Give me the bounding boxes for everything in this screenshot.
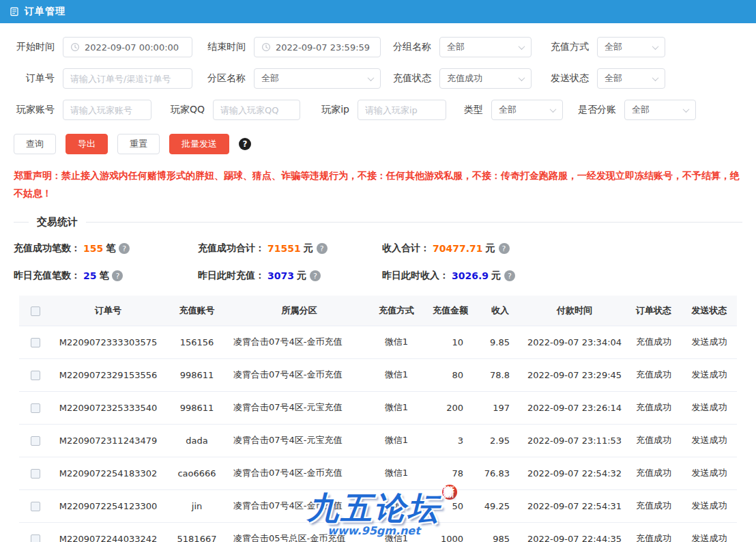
- partition-name-select[interactable]: 全部: [254, 68, 381, 89]
- chevron-down-icon: [550, 106, 557, 113]
- method-cell: 微信1: [369, 522, 424, 542]
- end-time-value[interactable]: [276, 42, 373, 53]
- start-time-input[interactable]: [63, 37, 192, 57]
- disclaimer-text: 郑重声明：禁止接入游戏内任何赌博形式的胖妞、踢球、猜点、诈骗等违规行为，不接：任…: [14, 167, 742, 202]
- type-select[interactable]: 全部: [491, 100, 563, 120]
- send-status-cell: 发送成功: [682, 358, 737, 391]
- clock-icon: [261, 42, 271, 52]
- income-cell: 197: [477, 391, 523, 424]
- row-checkbox[interactable]: [31, 436, 40, 446]
- send-status-cell: 发送成功: [682, 489, 737, 522]
- order-status-cell: 充值成功: [626, 522, 682, 542]
- col-method: 充值方式: [369, 296, 424, 326]
- end-time-input[interactable]: [254, 37, 381, 57]
- help-icon[interactable]: ?: [499, 243, 510, 254]
- order-no-cell: M2209072333303575: [52, 326, 164, 358]
- stats-section-header: 交易统计: [14, 216, 742, 229]
- split-account-select[interactable]: 全部: [624, 100, 696, 120]
- help-icon[interactable]: ?: [504, 270, 515, 281]
- help-icon[interactable]: ?: [112, 270, 123, 281]
- row-checkbox[interactable]: [31, 502, 40, 511]
- method-cell: 微信1: [369, 457, 424, 489]
- col-partition: 所属分区: [229, 296, 369, 326]
- clock-icon: [70, 42, 80, 52]
- send-status-select[interactable]: 全部: [597, 68, 665, 89]
- amount-cell: 78: [424, 457, 477, 489]
- stats-section-title: 交易统计: [37, 216, 78, 229]
- row-checkbox[interactable]: [31, 469, 40, 479]
- group-name-label: 分组名称: [390, 41, 431, 53]
- batch-send-help-icon[interactable]: ?: [239, 138, 251, 150]
- filter-form: 开始时间 结束时间 分组名称 全部: [0, 23, 756, 120]
- export-button[interactable]: 导出: [66, 134, 108, 154]
- amount-cell: 50: [424, 489, 477, 522]
- reset-button[interactable]: 重置: [117, 134, 160, 154]
- partition-cell: 凌霄合击07号4区-元宝充值: [229, 424, 369, 457]
- divider-line: [14, 222, 29, 223]
- action-bar: 查询 导出 重置 批量发送 ?: [0, 131, 756, 154]
- orders-table: 订单号 充值账号 所属分区 充值方式 充值金额 收入 付款时间 订单状态 发送状…: [19, 296, 737, 542]
- order-management-page: 订单管理 开始时间 结束时间 分组名称 全部: [0, 0, 756, 542]
- order-status-cell: 充值成功: [626, 457, 682, 489]
- player-ip-input[interactable]: [358, 100, 446, 120]
- query-button[interactable]: 查询: [14, 134, 56, 154]
- method-cell: 花呗1: [369, 489, 424, 522]
- player-account-label: 玩家账号: [14, 104, 55, 116]
- account-cell: 998611: [164, 358, 229, 391]
- group-name-select[interactable]: 全部: [439, 37, 532, 57]
- income-cell: 49.25: [477, 489, 523, 522]
- recharge-method-select[interactable]: 全部: [597, 37, 665, 57]
- partition-cell: 凌霄合击07号4区-金币充值: [229, 489, 369, 522]
- order-no-cell: M2209072254183302: [52, 457, 164, 489]
- row-checkbox[interactable]: [31, 534, 40, 542]
- table-row: M2209072325333540 998611 凌霄合击07号4区-元宝充值 …: [19, 391, 737, 424]
- col-send-status: 发送状态: [682, 296, 737, 326]
- order-no-input[interactable]: [63, 68, 192, 89]
- order-management-icon: [10, 7, 19, 16]
- row-checkbox[interactable]: [31, 371, 40, 380]
- send-status-label: 发送状态: [548, 72, 589, 85]
- row-checkbox[interactable]: [31, 403, 40, 413]
- method-cell: 微信1: [369, 326, 424, 358]
- partition-cell: 凌霄合击07号4区-金币充值: [229, 358, 369, 391]
- filter-row-3: 玩家账号 玩家QQ 玩家ip 类型 全部: [14, 100, 742, 120]
- order-status-cell: 充值成功: [626, 391, 682, 424]
- account-cell: 5181667: [164, 522, 229, 542]
- table-header-row: 订单号 充值账号 所属分区 充值方式 充值金额 收入 付款时间 订单状态 发送状…: [19, 296, 737, 326]
- col-order-no: 订单号: [52, 296, 164, 326]
- chevron-down-icon: [519, 74, 525, 81]
- help-icon[interactable]: ?: [317, 243, 328, 254]
- account-cell: dada: [164, 424, 229, 457]
- stat-yesterday-recharge: 昨日此时充值： 3073 元 ?: [198, 270, 382, 282]
- recharge-status-select[interactable]: 充值成功: [439, 68, 532, 89]
- partition-cell: 凌霄合击07号4区-金币充值: [229, 457, 369, 489]
- help-icon[interactable]: ?: [119, 243, 130, 254]
- income-cell: 76.83: [477, 457, 523, 489]
- pay-time-cell: 2022-09-07 22:44:35: [523, 522, 626, 542]
- help-icon[interactable]: ?: [310, 270, 321, 281]
- amount-cell: 1000: [424, 522, 477, 542]
- end-time-label: 结束时间: [205, 41, 246, 53]
- row-checkbox[interactable]: [31, 338, 40, 347]
- player-account-input[interactable]: [63, 100, 151, 120]
- col-amount: 充值金额: [424, 296, 477, 326]
- select-all-checkbox[interactable]: [31, 306, 40, 316]
- recharge-method-label: 充值方式: [548, 41, 589, 53]
- pay-time-cell: 2022-09-07 22:54:31: [523, 489, 626, 522]
- filter-row-2: 订单号 分区名称 全部 充值状态 充值成功 发送状态: [14, 68, 742, 89]
- start-time-value[interactable]: [85, 42, 185, 53]
- order-no-cell: M2209072325333540: [52, 391, 164, 424]
- income-cell: 9.85: [477, 326, 523, 358]
- send-status-cell: 发送成功: [682, 391, 737, 424]
- col-income: 收入: [477, 296, 523, 326]
- chevron-down-icon: [683, 106, 690, 113]
- player-qq-input[interactable]: [213, 100, 300, 120]
- pay-time-cell: 2022-09-07 23:29:45: [523, 358, 626, 391]
- batch-send-button[interactable]: 批量发送: [169, 134, 229, 154]
- order-no-cell: M2209072254123300: [52, 489, 164, 522]
- col-account: 充值账号: [164, 296, 229, 326]
- chevron-down-icon: [519, 43, 525, 50]
- col-order-status: 订单状态: [626, 296, 682, 326]
- stat-recharge-total: 充值成功合计： 71551 元 ?: [198, 242, 382, 255]
- type-label: 类型: [461, 104, 483, 116]
